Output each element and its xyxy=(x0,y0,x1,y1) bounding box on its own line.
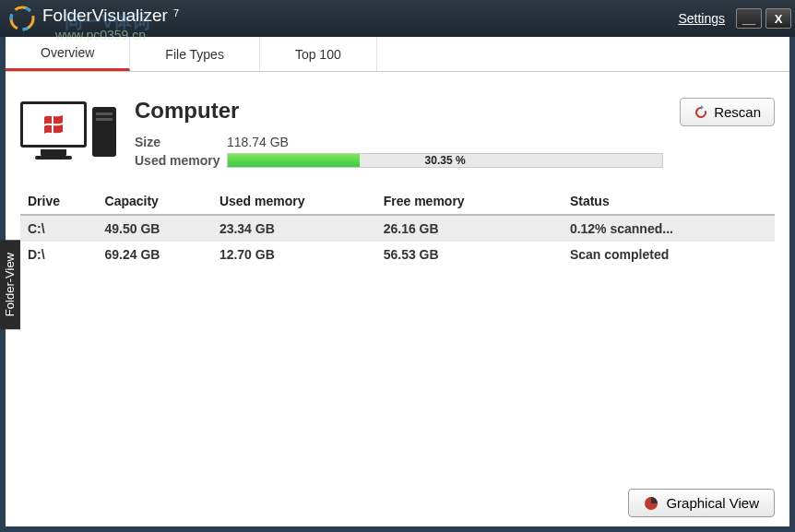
drives-table: Drive Capacity Used memory Free memory S… xyxy=(20,188,775,267)
refresh-icon xyxy=(694,105,708,120)
graphical-view-button[interactable]: Graphical View xyxy=(628,489,775,517)
content-area: Computer Size 118.74 GB Used memory 30.3… xyxy=(6,72,789,526)
computer-icon xyxy=(20,98,118,159)
size-label: Size xyxy=(135,135,227,149)
page-heading: Computer xyxy=(135,98,663,124)
minimize-button[interactable]: __ xyxy=(736,8,762,29)
table-header-row: Drive Capacity Used memory Free memory S… xyxy=(20,188,775,215)
cell-drive: C:\ xyxy=(20,215,98,242)
cell-drive: D:\ xyxy=(20,242,98,267)
summary-panel: Computer Size 118.74 GB Used memory 30.3… xyxy=(20,98,775,171)
size-value: 118.74 GB xyxy=(227,135,289,149)
used-memory-label: Used memory xyxy=(135,153,227,168)
windows-flag-icon xyxy=(42,115,65,134)
cell-status: Scan completed xyxy=(533,242,775,267)
cell-used: 12.70 GB xyxy=(212,242,376,267)
graphical-view-label: Graphical View xyxy=(666,495,759,511)
tab-file-types[interactable]: File Types xyxy=(130,37,260,71)
folder-view-side-tab[interactable]: Folder-View xyxy=(0,240,20,329)
cell-status: 0.12% scanned... xyxy=(533,215,775,242)
col-drive[interactable]: Drive xyxy=(20,188,98,215)
table-row[interactable]: D:\69.24 GB12.70 GB56.53 GBScan complete… xyxy=(20,242,775,267)
cell-capacity: 49.50 GB xyxy=(98,215,212,242)
app-version: 7 xyxy=(173,7,179,18)
cell-used: 23.34 GB xyxy=(212,215,376,242)
rescan-label: Rescan xyxy=(714,104,761,120)
pie-chart-icon xyxy=(644,496,659,511)
table-row[interactable]: C:\49.50 GB23.34 GB26.16 GB0.12% scanned… xyxy=(20,215,775,242)
col-capacity[interactable]: Capacity xyxy=(98,188,212,215)
tab-top-100[interactable]: Top 100 xyxy=(260,37,377,71)
rescan-button[interactable]: Rescan xyxy=(680,98,775,126)
cell-free: 26.16 GB xyxy=(376,215,533,242)
close-button[interactable]: X xyxy=(765,8,791,29)
used-memory-progress: 30.35 % xyxy=(227,153,663,168)
used-memory-percent: 30.35 % xyxy=(228,154,662,167)
cell-free: 56.53 GB xyxy=(376,242,533,267)
col-status[interactable]: Status xyxy=(533,188,775,215)
settings-link[interactable]: Settings xyxy=(678,11,725,26)
cell-capacity: 69.24 GB xyxy=(98,242,212,267)
col-used[interactable]: Used memory xyxy=(212,188,376,215)
app-title: FolderVisualizer xyxy=(42,6,168,26)
tabs-bar: Overview File Types Top 100 xyxy=(6,37,789,72)
tab-overview[interactable]: Overview xyxy=(6,37,130,71)
app-logo-icon xyxy=(9,6,35,31)
titlebar: FolderVisualizer 7 同一V体词 www.pc0359.cn S… xyxy=(0,0,795,37)
col-free[interactable]: Free memory xyxy=(376,188,533,215)
